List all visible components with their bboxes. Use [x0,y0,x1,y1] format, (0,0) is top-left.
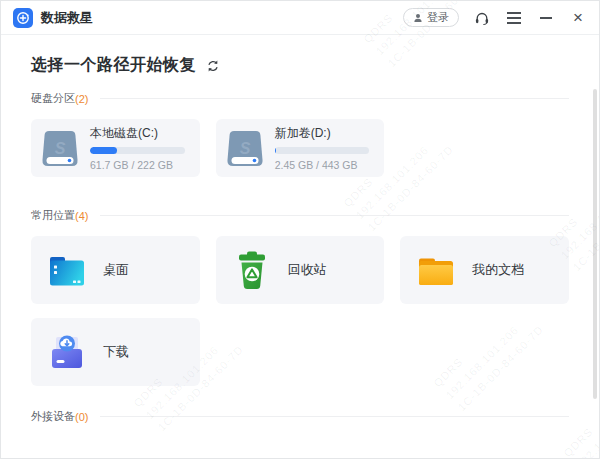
divider [100,215,569,216]
svg-text:S: S [239,140,250,157]
desktop-folder-icon [45,248,89,292]
download-tray-icon [45,330,89,374]
locations-grid: 桌面 回收站 [31,236,569,386]
section-partitions-header: 硬盘分区(2) [31,91,569,106]
partitions-count: (2) [75,93,88,105]
location-label: 下载 [103,343,129,361]
app-identity: 数据救星 [13,8,93,28]
app-logo-icon [13,8,33,28]
app-window: 数据救星 登录 × [0,0,600,459]
external-count: (0) [75,411,88,423]
location-label: 桌面 [103,261,129,279]
drive-size: 61.7 GB / 222 GB [90,159,190,171]
section-locations-header: 常用位置(4) [31,208,569,223]
location-card-desktop[interactable]: 桌面 [31,236,200,304]
recycle-bin-icon [230,248,274,292]
app-title: 数据救星 [41,9,93,27]
close-icon[interactable]: × [569,9,587,27]
svg-text:S: S [55,140,66,157]
divider [100,416,569,417]
location-card-downloads[interactable]: 下载 [31,318,200,386]
drive-size: 2.45 GB / 443 GB [275,159,375,171]
menu-icon[interactable] [505,9,523,27]
page-title: 选择一个路径开始恢复 [31,55,196,76]
partitions-grid: S 本地磁盘(C:) 61.7 GB / 222 GB S [31,119,569,177]
support-headset-icon[interactable] [473,9,491,27]
login-label: 登录 [427,10,449,25]
titlebar: 数据救星 登录 × [1,1,599,35]
hard-drive-icon: S [223,126,267,170]
locations-count: (4) [75,210,88,222]
drive-usage-bar [275,147,370,154]
user-icon [413,13,423,23]
hard-drive-icon: S [38,126,82,170]
locations-label: 常用位置 [31,208,75,223]
documents-folder-icon [414,248,458,292]
location-card-recycle-bin[interactable]: 回收站 [216,236,385,304]
main-content: 选择一个路径开始恢复 硬盘分区(2) S [1,55,599,424]
partitions-label: 硬盘分区 [31,91,75,106]
external-label: 外接设备 [31,409,75,424]
divider [100,98,569,99]
drive-card-c[interactable]: S 本地磁盘(C:) 61.7 GB / 222 GB [31,119,200,177]
location-label: 我的文档 [472,261,524,279]
location-card-documents[interactable]: 我的文档 [400,236,569,304]
scrollbar-thumb[interactable] [593,89,597,399]
drive-name: 本地磁盘(C:) [90,125,190,142]
section-external-header: 外接设备(0) [31,409,569,424]
minimize-icon[interactable] [537,9,555,27]
refresh-icon[interactable] [206,59,220,73]
login-button[interactable]: 登录 [403,8,459,27]
drive-name: 新加卷(D:) [275,125,375,142]
titlebar-controls: 登录 × [403,8,587,27]
location-label: 回收站 [288,261,327,279]
drive-usage-bar [90,147,185,154]
drive-card-d[interactable]: S 新加卷(D:) 2.45 GB / 443 GB [216,119,385,177]
